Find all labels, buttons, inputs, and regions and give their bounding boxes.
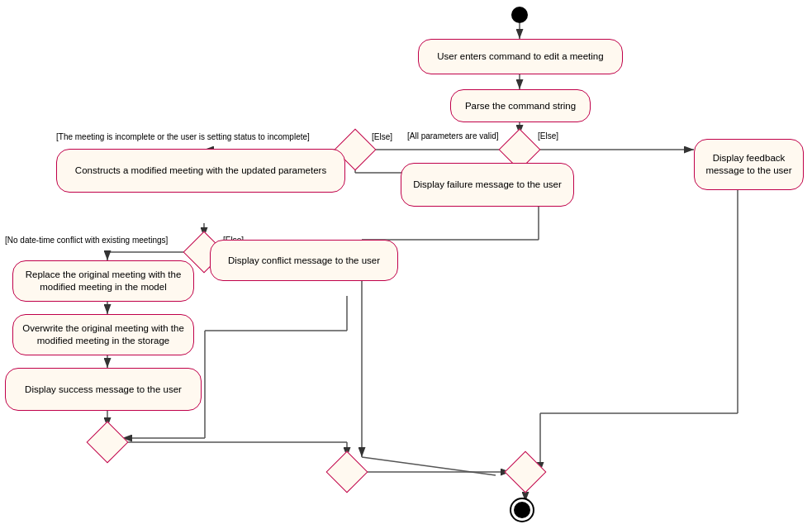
- label-meeting-incomplete: [The meeting is incomplete or the user i…: [56, 132, 310, 141]
- replace-meeting-node: Replace the original meeting with the mo…: [12, 260, 194, 302]
- label-else-meeting: [Else]: [372, 132, 392, 141]
- conflict-msg-node: Display conflict message to the user: [210, 240, 398, 281]
- failure-msg-node: Display failure message to the user: [401, 163, 574, 207]
- label-no-conflict: [No date-time conflict with existing mee…: [5, 236, 168, 245]
- label-all-params: [All parameters are valid]: [407, 131, 499, 141]
- label-else-params: [Else]: [538, 131, 558, 141]
- diagram-container: User enters command to edit a meeting Pa…: [0, 0, 812, 529]
- start-node: [511, 7, 528, 23]
- user-enters-node: User enters command to edit a meeting: [418, 39, 623, 74]
- constructs-meeting-node: Constructs a modified meeting with the u…: [56, 149, 345, 193]
- overwrite-meeting-node: Overwrite the original meeting with the …: [12, 314, 194, 355]
- feedback-msg-node: Display feedback message to the user: [694, 139, 804, 190]
- parse-command-node: Parse the command string: [450, 89, 591, 122]
- success-msg-node: Display success message to the user: [5, 368, 202, 411]
- end-node: [514, 502, 530, 518]
